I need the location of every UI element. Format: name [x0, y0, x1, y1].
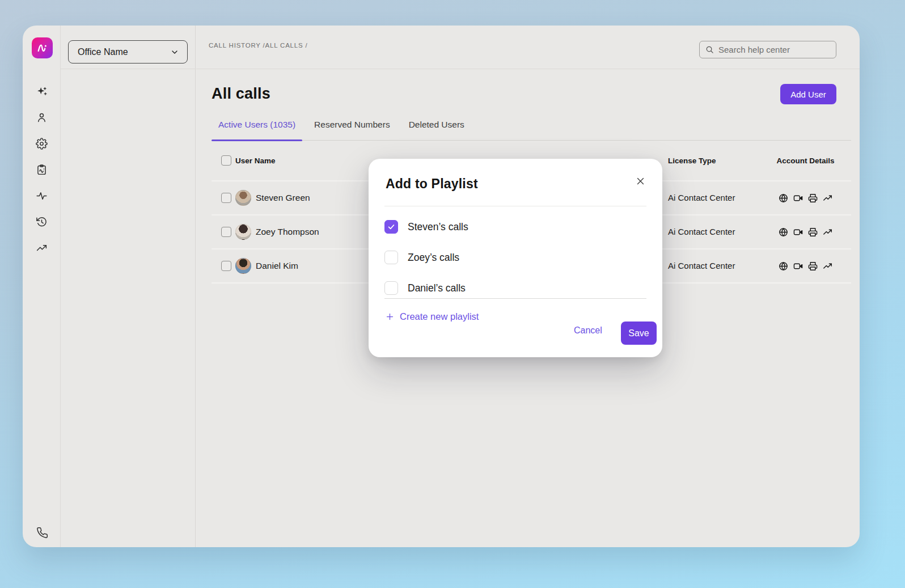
- playlist-checkbox[interactable]: [384, 220, 398, 234]
- save-button[interactable]: Save: [621, 322, 657, 345]
- user-name: Steven Green: [256, 193, 310, 203]
- sparkles-icon[interactable]: [36, 85, 48, 98]
- tab-reserved-numbers[interactable]: Reserved Numbers: [307, 120, 397, 140]
- license-type: Ai Contact Center: [668, 227, 735, 236]
- avatar: [235, 190, 251, 206]
- globe-icon[interactable]: [779, 193, 788, 203]
- avatar: [235, 258, 251, 274]
- add-user-button[interactable]: Add User: [780, 84, 836, 104]
- create-new-playlist-label: Create new playlist: [400, 311, 479, 322]
- trending-up-icon[interactable]: [823, 227, 832, 237]
- license-type: Ai Contact Center: [668, 261, 735, 270]
- plus-icon: [386, 312, 394, 321]
- trending-up-icon[interactable]: [36, 242, 48, 254]
- account-detail-icons: [779, 193, 832, 203]
- select-all-checkbox[interactable]: [221, 155, 231, 166]
- playlist-option[interactable]: Steven’s calls: [384, 211, 646, 242]
- row-checkbox[interactable]: [221, 193, 231, 203]
- printer-icon[interactable]: [808, 193, 818, 203]
- app-logo[interactable]: [32, 37, 53, 58]
- row-checkbox[interactable]: [221, 227, 231, 237]
- add-to-playlist-modal: Add to Playlist Steven’s calls Zoey’s ca…: [369, 159, 662, 357]
- video-camera-icon[interactable]: [793, 193, 803, 203]
- row-checkbox[interactable]: [221, 261, 231, 271]
- office-selector-label: Office Name: [78, 47, 128, 57]
- help-search-input[interactable]: Search help center: [699, 41, 836, 58]
- secondary-panel: Office Name: [61, 26, 196, 547]
- modal-title: Add to Playlist: [386, 176, 478, 192]
- playlist-checkbox[interactable]: [384, 251, 398, 264]
- ai-logo-glyph: [35, 41, 50, 56]
- playlist-options: Steven’s calls Zoey’s calls Daniel’s cal…: [384, 211, 646, 303]
- check-icon: [387, 223, 395, 231]
- clipboard-ai-icon[interactable]: [36, 163, 48, 176]
- settings-gear-icon[interactable]: [36, 137, 48, 150]
- playlist-option[interactable]: Zoey’s calls: [384, 242, 646, 273]
- account-detail-icons: [779, 261, 832, 271]
- printer-icon[interactable]: [808, 261, 818, 271]
- office-selector[interactable]: Office Name: [68, 40, 188, 64]
- video-camera-icon[interactable]: [793, 227, 803, 237]
- search-placeholder: Search help center: [718, 45, 790, 54]
- printer-icon[interactable]: [808, 227, 818, 237]
- playlist-option-label: Daniel’s calls: [408, 282, 466, 294]
- modal-divider: [384, 298, 646, 299]
- tab-deleted-users[interactable]: Deleted Users: [402, 120, 471, 140]
- rail-nav: [23, 85, 61, 254]
- main-header: CALL HISTORY /ALL CALLS / Search help ce…: [196, 26, 860, 69]
- column-header-user-name: User Name: [235, 156, 276, 165]
- account-detail-icons: [779, 227, 832, 237]
- playlist-option-label: Steven’s calls: [408, 221, 468, 233]
- close-icon[interactable]: [634, 175, 646, 187]
- modal-divider: [384, 206, 646, 206]
- license-type: Ai Contact Center: [668, 193, 735, 202]
- user-name: Daniel Kim: [256, 261, 298, 271]
- playlist-checkbox[interactable]: [384, 281, 398, 295]
- search-icon: [705, 45, 714, 54]
- history-icon[interactable]: [36, 215, 48, 228]
- panel-header: Office Name: [61, 26, 195, 69]
- tab-active-users[interactable]: Active Users (1035): [212, 120, 302, 140]
- app-window: Office Name CALL HISTORY /ALL CALLS / Se…: [23, 26, 860, 547]
- user-icon[interactable]: [36, 111, 48, 124]
- chevron-down-icon: [170, 48, 179, 57]
- globe-icon[interactable]: [779, 261, 788, 271]
- trending-up-icon[interactable]: [823, 193, 832, 203]
- column-header-account-details: Account Details: [776, 156, 834, 165]
- globe-icon[interactable]: [779, 227, 788, 237]
- create-new-playlist-link[interactable]: Create new playlist: [386, 311, 479, 322]
- video-camera-icon[interactable]: [793, 261, 803, 271]
- avatar: [235, 224, 251, 240]
- cancel-button[interactable]: Cancel: [574, 325, 602, 336]
- column-header-license-type: License Type: [668, 156, 716, 165]
- page-title: All calls: [212, 85, 270, 103]
- breadcrumb: CALL HISTORY /ALL CALLS /: [209, 42, 307, 49]
- trending-up-icon[interactable]: [823, 261, 832, 271]
- activity-icon[interactable]: [36, 189, 48, 202]
- phone-icon[interactable]: [36, 526, 48, 539]
- playlist-option-label: Zoey’s calls: [408, 252, 459, 264]
- user-name: Zoey Thompson: [256, 227, 319, 237]
- tabs: Active Users (1035) Reserved Numbers Del…: [212, 120, 851, 141]
- icon-rail: [23, 26, 61, 547]
